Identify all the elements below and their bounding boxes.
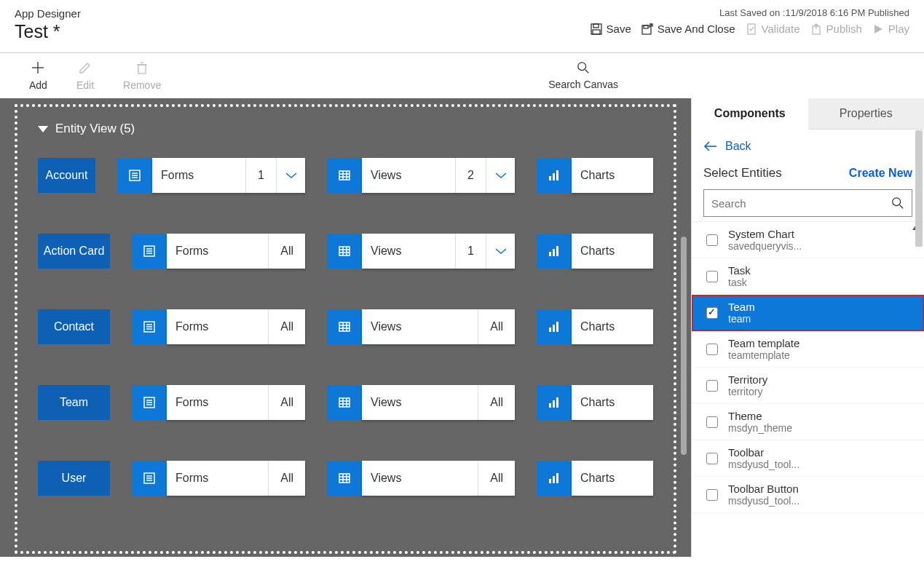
svg-rect-43 (339, 322, 350, 331)
chevron-down-icon[interactable] (486, 234, 515, 269)
checkbox[interactable] (706, 271, 718, 282)
entity-list-item[interactable]: Theme msdyn_theme (692, 404, 924, 440)
forms-tile[interactable]: FormsAll (132, 234, 305, 269)
remove-label: Remove (123, 79, 161, 91)
search-icon (891, 197, 904, 210)
tab-properties[interactable]: Properties (808, 98, 925, 130)
publish-label: Publish (826, 23, 862, 35)
entity-row: Team FormsAll ViewsAll Charts (38, 385, 653, 420)
views-tile[interactable]: Views2 (327, 158, 515, 193)
search-input[interactable] (711, 197, 891, 210)
forms-tile[interactable]: FormsAll (132, 385, 305, 420)
forms-icon (132, 309, 167, 344)
chevron-down-icon[interactable] (276, 158, 305, 193)
forms-count: All (268, 234, 305, 269)
forms-icon (117, 158, 152, 193)
views-count: All (478, 309, 515, 344)
views-tile[interactable]: ViewsAll (327, 461, 515, 496)
charts-icon (537, 461, 572, 496)
forms-tile[interactable]: Forms1 (117, 158, 305, 193)
views-tile[interactable]: ViewsAll (327, 385, 515, 420)
entity-list[interactable]: System Chart savedqueryvis... Task task … (692, 221, 924, 520)
tab-components[interactable]: Components (692, 98, 808, 130)
create-new-link[interactable]: Create New (849, 167, 912, 180)
charts-tile[interactable]: Charts (537, 234, 653, 269)
charts-tile[interactable]: Charts (537, 461, 653, 496)
svg-line-14 (585, 70, 589, 74)
forms-tile[interactable]: FormsAll (132, 461, 305, 496)
charts-label: Charts (572, 472, 623, 485)
views-label: Views (362, 396, 410, 409)
checkbox[interactable] (706, 416, 718, 428)
svg-rect-72 (549, 479, 551, 483)
charts-tile[interactable]: Charts (537, 385, 653, 420)
entity-tile[interactable]: User (38, 461, 110, 496)
forms-label: Forms (152, 169, 202, 182)
entity-view-header[interactable]: Entity View (5) (38, 122, 653, 136)
canvas-scrollbar[interactable] (681, 237, 687, 455)
save-icon (591, 23, 602, 35)
add-button[interactable]: Add (29, 60, 47, 91)
entity-list-item[interactable]: Toolbar msdyusd_tool... (692, 440, 924, 477)
entity-list-item[interactable]: Team template teamtemplate (692, 331, 924, 368)
views-label: Views (362, 245, 410, 258)
entity-schema-name: msdyusd_tool... (728, 459, 799, 470)
save-button[interactable]: Save (591, 23, 631, 35)
views-tile[interactable]: Views1 (327, 234, 515, 269)
checkbox[interactable] (706, 307, 718, 319)
caret-down-icon (38, 126, 48, 132)
forms-tile[interactable]: FormsAll (132, 309, 305, 344)
svg-rect-60 (549, 403, 551, 408)
checkbox[interactable] (706, 380, 718, 392)
svg-rect-67 (339, 474, 350, 483)
play-label: Play (888, 23, 909, 35)
svg-rect-50 (556, 322, 558, 332)
entity-tile[interactable]: Account (38, 158, 95, 193)
forms-icon (132, 461, 167, 496)
charts-label: Charts (572, 396, 623, 409)
search-canvas-button[interactable]: Search Canvas (548, 61, 618, 90)
charts-icon (537, 309, 572, 344)
forms-count: 1 (245, 158, 276, 193)
save-close-label: Save And Close (658, 23, 735, 35)
entity-list-item[interactable]: Task task (692, 258, 924, 295)
remove-button[interactable]: Remove (123, 60, 161, 91)
entity-list-item[interactable]: Toolbar Button msdyusd_tool... (692, 477, 924, 513)
back-label: Back (725, 140, 751, 153)
edit-label: Edit (76, 79, 94, 91)
design-canvas[interactable]: Entity View (5) Account Forms1 Views2 Ch… (0, 98, 691, 557)
save-label: Save (607, 23, 631, 35)
svg-rect-10 (138, 65, 146, 74)
chevron-down-icon[interactable] (486, 158, 515, 193)
checkbox[interactable] (706, 234, 718, 246)
validate-icon (746, 23, 757, 35)
entity-tile[interactable]: Contact (38, 309, 110, 344)
edit-button[interactable]: Edit (76, 60, 94, 91)
side-scrollbar[interactable] (915, 130, 923, 247)
validate-button[interactable]: Validate (746, 23, 800, 35)
entity-name: Toolbar Button (728, 483, 799, 495)
svg-rect-31 (339, 247, 350, 255)
checkbox[interactable] (706, 489, 718, 501)
entity-name: System Chart (728, 228, 802, 240)
back-link[interactable]: Back (703, 140, 751, 153)
save-and-close-button[interactable]: Save And Close (641, 23, 735, 35)
entity-list-item[interactable]: Territory territory (692, 368, 924, 404)
entity-list-item[interactable]: System Chart savedqueryvis... (692, 222, 924, 258)
charts-tile[interactable]: Charts (537, 158, 653, 193)
views-tile[interactable]: ViewsAll (327, 309, 515, 344)
toolbar: Add Edit Remove Search Canvas (0, 53, 924, 98)
svg-rect-55 (339, 398, 350, 407)
entity-search-box[interactable] (703, 189, 912, 217)
entity-list-item[interactable]: Team team (692, 295, 924, 331)
svg-rect-1 (593, 24, 599, 28)
play-button[interactable]: Play (872, 23, 909, 35)
entity-tile[interactable]: Team (38, 385, 110, 420)
entity-tile[interactable]: Action Card (38, 234, 110, 269)
publish-button[interactable]: Publish (810, 23, 862, 35)
views-icon (327, 385, 362, 420)
validate-label: Validate (762, 23, 800, 35)
checkbox[interactable] (706, 453, 718, 464)
charts-tile[interactable]: Charts (537, 309, 653, 344)
checkbox[interactable] (706, 344, 718, 355)
